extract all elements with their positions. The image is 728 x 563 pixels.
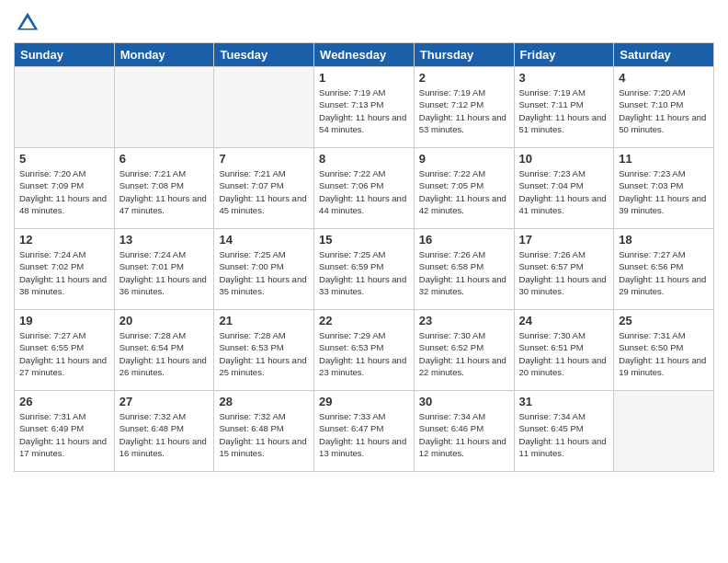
day-cell: 25Sunrise: 7:31 AMSunset: 6:50 PMDayligh…	[614, 310, 714, 391]
weekday-header-wednesday: Wednesday	[314, 43, 415, 67]
logo-icon	[14, 9, 41, 37]
day-number: 25	[619, 314, 709, 327]
day-cell: 4Sunrise: 7:20 AMSunset: 7:10 PMDaylight…	[614, 67, 714, 148]
day-cell: 7Sunrise: 7:21 AMSunset: 7:07 PMDaylight…	[214, 148, 314, 229]
day-number: 22	[319, 314, 409, 327]
day-number: 30	[419, 395, 509, 408]
day-number: 13	[119, 233, 210, 247]
day-number: 5	[19, 152, 109, 166]
day-info: Sunrise: 7:34 AMSunset: 6:45 PMDaylight:…	[519, 410, 609, 459]
day-cell: 10Sunrise: 7:23 AMSunset: 7:04 PMDayligh…	[514, 148, 614, 229]
day-info: Sunrise: 7:19 AMSunset: 7:11 PMDaylight:…	[519, 86, 609, 135]
day-info: Sunrise: 7:28 AMSunset: 6:54 PMDaylight:…	[119, 329, 210, 378]
day-info: Sunrise: 7:27 AMSunset: 6:55 PMDaylight:…	[19, 329, 109, 378]
day-number: 8	[319, 152, 409, 166]
week-row-2: 12Sunrise: 7:24 AMSunset: 7:02 PMDayligh…	[15, 229, 714, 310]
day-info: Sunrise: 7:23 AMSunset: 7:04 PMDaylight:…	[519, 167, 609, 216]
day-cell: 11Sunrise: 7:23 AMSunset: 7:03 PMDayligh…	[614, 148, 714, 229]
day-info: Sunrise: 7:19 AMSunset: 7:12 PMDaylight:…	[419, 86, 509, 135]
day-cell: 30Sunrise: 7:34 AMSunset: 6:46 PMDayligh…	[414, 391, 514, 472]
day-cell: 31Sunrise: 7:34 AMSunset: 6:45 PMDayligh…	[514, 391, 614, 472]
day-number: 20	[119, 314, 210, 327]
day-cell: 6Sunrise: 7:21 AMSunset: 7:08 PMDaylight…	[114, 148, 214, 229]
day-info: Sunrise: 7:21 AMSunset: 7:07 PMDaylight:…	[219, 167, 309, 216]
day-number: 4	[619, 71, 709, 85]
day-cell: 15Sunrise: 7:25 AMSunset: 6:59 PMDayligh…	[314, 229, 415, 310]
week-row-3: 19Sunrise: 7:27 AMSunset: 6:55 PMDayligh…	[15, 310, 714, 391]
day-number: 12	[19, 233, 109, 247]
day-info: Sunrise: 7:20 AMSunset: 7:09 PMDaylight:…	[19, 167, 109, 216]
day-number: 26	[19, 395, 109, 408]
day-number: 27	[119, 395, 210, 408]
day-cell: 19Sunrise: 7:27 AMSunset: 6:55 PMDayligh…	[15, 310, 115, 391]
logo	[14, 9, 45, 37]
day-info: Sunrise: 7:22 AMSunset: 7:06 PMDaylight:…	[319, 167, 409, 216]
day-cell: 28Sunrise: 7:32 AMSunset: 6:48 PMDayligh…	[214, 391, 314, 472]
day-cell: 24Sunrise: 7:30 AMSunset: 6:51 PMDayligh…	[514, 310, 614, 391]
day-info: Sunrise: 7:19 AMSunset: 7:13 PMDaylight:…	[319, 86, 409, 135]
day-cell: 18Sunrise: 7:27 AMSunset: 6:56 PMDayligh…	[614, 229, 714, 310]
day-info: Sunrise: 7:26 AMSunset: 6:57 PMDaylight:…	[519, 248, 609, 297]
day-cell: 22Sunrise: 7:29 AMSunset: 6:53 PMDayligh…	[314, 310, 415, 391]
day-info: Sunrise: 7:32 AMSunset: 6:48 PMDaylight:…	[219, 410, 309, 459]
weekday-header-row: SundayMondayTuesdayWednesdayThursdayFrid…	[15, 43, 714, 67]
day-cell: 9Sunrise: 7:22 AMSunset: 7:05 PMDaylight…	[414, 148, 514, 229]
day-cell	[214, 67, 314, 148]
day-cell: 26Sunrise: 7:31 AMSunset: 6:49 PMDayligh…	[15, 391, 115, 472]
day-info: Sunrise: 7:24 AMSunset: 7:02 PMDaylight:…	[19, 248, 109, 297]
day-info: Sunrise: 7:26 AMSunset: 6:58 PMDaylight:…	[419, 248, 509, 297]
day-info: Sunrise: 7:34 AMSunset: 6:46 PMDaylight:…	[419, 410, 509, 459]
day-number: 1	[319, 71, 409, 85]
weekday-header-monday: Monday	[114, 43, 214, 67]
calendar-table: SundayMondayTuesdayWednesdayThursdayFrid…	[14, 42, 714, 472]
day-number: 21	[219, 314, 309, 327]
day-info: Sunrise: 7:24 AMSunset: 7:01 PMDaylight:…	[119, 248, 210, 297]
day-info: Sunrise: 7:20 AMSunset: 7:10 PMDaylight:…	[619, 86, 709, 135]
day-cell: 21Sunrise: 7:28 AMSunset: 6:53 PMDayligh…	[214, 310, 314, 391]
day-cell: 5Sunrise: 7:20 AMSunset: 7:09 PMDaylight…	[15, 148, 115, 229]
day-number: 7	[219, 152, 309, 166]
week-row-1: 5Sunrise: 7:20 AMSunset: 7:09 PMDaylight…	[15, 148, 714, 229]
day-cell: 20Sunrise: 7:28 AMSunset: 6:54 PMDayligh…	[114, 310, 214, 391]
day-number: 2	[419, 71, 509, 85]
day-cell: 27Sunrise: 7:32 AMSunset: 6:48 PMDayligh…	[114, 391, 214, 472]
day-cell: 2Sunrise: 7:19 AMSunset: 7:12 PMDaylight…	[414, 67, 514, 148]
weekday-header-thursday: Thursday	[414, 43, 514, 67]
day-cell	[15, 67, 115, 148]
weekday-header-friday: Friday	[514, 43, 614, 67]
week-row-0: 1Sunrise: 7:19 AMSunset: 7:13 PMDaylight…	[15, 67, 714, 148]
day-number: 11	[619, 152, 709, 166]
day-cell	[614, 391, 714, 472]
page-container: SundayMondayTuesdayWednesdayThursdayFrid…	[0, 0, 728, 477]
day-number: 15	[319, 233, 409, 247]
day-info: Sunrise: 7:28 AMSunset: 6:53 PMDaylight:…	[219, 329, 309, 378]
day-number: 28	[219, 395, 309, 408]
day-cell: 1Sunrise: 7:19 AMSunset: 7:13 PMDaylight…	[314, 67, 415, 148]
weekday-header-sunday: Sunday	[15, 43, 115, 67]
day-number: 14	[219, 233, 309, 247]
day-number: 19	[19, 314, 109, 327]
day-cell: 14Sunrise: 7:25 AMSunset: 7:00 PMDayligh…	[214, 229, 314, 310]
day-cell: 17Sunrise: 7:26 AMSunset: 6:57 PMDayligh…	[514, 229, 614, 310]
day-cell	[114, 67, 214, 148]
day-cell: 8Sunrise: 7:22 AMSunset: 7:06 PMDaylight…	[314, 148, 415, 229]
week-row-4: 26Sunrise: 7:31 AMSunset: 6:49 PMDayligh…	[15, 391, 714, 472]
day-number: 17	[519, 233, 609, 247]
day-cell: 12Sunrise: 7:24 AMSunset: 7:02 PMDayligh…	[15, 229, 115, 310]
day-cell: 29Sunrise: 7:33 AMSunset: 6:47 PMDayligh…	[314, 391, 415, 472]
day-number: 23	[419, 314, 509, 327]
day-number: 6	[119, 152, 210, 166]
day-info: Sunrise: 7:33 AMSunset: 6:47 PMDaylight:…	[319, 410, 409, 459]
day-info: Sunrise: 7:25 AMSunset: 7:00 PMDaylight:…	[219, 248, 309, 297]
day-cell: 23Sunrise: 7:30 AMSunset: 6:52 PMDayligh…	[414, 310, 514, 391]
day-cell: 16Sunrise: 7:26 AMSunset: 6:58 PMDayligh…	[414, 229, 514, 310]
day-info: Sunrise: 7:27 AMSunset: 6:56 PMDaylight:…	[619, 248, 709, 297]
day-info: Sunrise: 7:30 AMSunset: 6:52 PMDaylight:…	[419, 329, 509, 378]
day-info: Sunrise: 7:31 AMSunset: 6:49 PMDaylight:…	[19, 410, 109, 459]
day-info: Sunrise: 7:30 AMSunset: 6:51 PMDaylight:…	[519, 329, 609, 378]
day-info: Sunrise: 7:31 AMSunset: 6:50 PMDaylight:…	[619, 329, 709, 378]
day-number: 9	[419, 152, 509, 166]
day-cell: 13Sunrise: 7:24 AMSunset: 7:01 PMDayligh…	[114, 229, 214, 310]
weekday-header-saturday: Saturday	[614, 43, 714, 67]
day-info: Sunrise: 7:29 AMSunset: 6:53 PMDaylight:…	[319, 329, 409, 378]
